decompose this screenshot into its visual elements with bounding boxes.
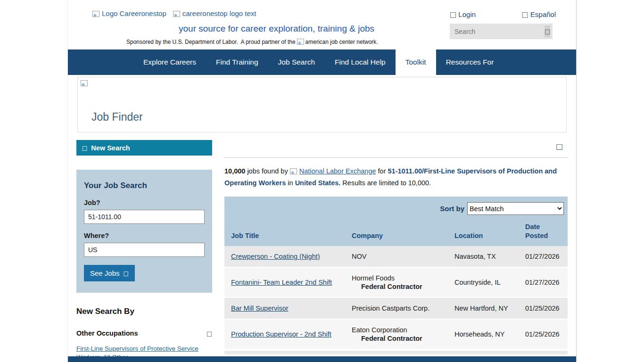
footer-band (68, 356, 576, 362)
column-company: Company (345, 216, 448, 246)
table-row-partial (224, 351, 568, 354)
for-text: for (378, 167, 386, 175)
company-name: Eaton Corporation (352, 326, 441, 334)
see-jobs-icon: □ (124, 270, 129, 277)
job-title-link[interactable]: Bar Mill Supervisor (231, 304, 289, 312)
job-title-link[interactable]: Production Supervisor - 2nd Shift (231, 330, 331, 338)
job-field-label: Job? (84, 199, 205, 206)
table-row: Production Supervisor - 2nd ShiftEaton C… (224, 319, 568, 349)
sort-by-label: Sort by (440, 205, 464, 213)
date-posted: 01/27/2026 (519, 267, 568, 297)
header-table: Job Title Company Location Date Posted (224, 216, 568, 246)
nav-explore-careers[interactable]: Explore Careers (133, 49, 206, 75)
job-location: Countryside, IL (448, 267, 519, 297)
sidebar: □ New Search Your Job Search Job? Where?… (76, 140, 212, 362)
header-search-box: □ (450, 24, 553, 39)
source-broken-image-icon (290, 168, 297, 174)
column-date-posted: Date Posted (519, 216, 568, 246)
table-row: Fontanini- Team Leader 2nd ShiftHormel F… (224, 267, 568, 297)
results-table-header: Sort byBest Match Job Title Company Loca… (224, 197, 568, 246)
new-search-icon: □ (82, 145, 87, 151)
partner-text: A proud partner of the (239, 39, 296, 45)
header-search-input[interactable] (450, 28, 545, 35)
ajc-broken-image-icon (297, 39, 304, 45)
main-nav: Explore Careers Find Training Job Search… (68, 49, 576, 75)
federal-contractor-badge: Federal Contractor (352, 282, 441, 291)
results-main: □ 10,000 jobs found by National Labor Ex… (224, 140, 568, 362)
logo-broken-image-icon (92, 11, 99, 17)
results-count: 10,000 (224, 167, 245, 175)
search-icon: □ (545, 28, 550, 35)
logo-text-alt: careeronestop logo text (182, 9, 256, 17)
see-jobs-label: See Jobs (90, 269, 120, 277)
results-tbody: Crewperson - Coating (Night)NOVNavasota,… (224, 246, 568, 349)
nav-job-search[interactable]: Job Search (268, 49, 325, 75)
logo-area[interactable]: Logo Careeronestopcareeronestop logo tex… (92, 9, 263, 17)
table-row: Crewperson - Coating (Night)NOVNavasota,… (224, 246, 568, 267)
espanol-icon: □ (521, 10, 528, 19)
ajc-alt-text: american job center network. (305, 39, 378, 45)
results-table: Crewperson - Coating (Night)NOVNavasota,… (224, 246, 568, 350)
sort-row: Sort byBest Match (224, 197, 568, 216)
company-name: Precision Castparts Corp. (352, 304, 441, 313)
date-posted: 01/25/2026 (519, 319, 568, 349)
site-header: Logo Careeronestopcareeronestop logo tex… (68, 0, 576, 49)
print-icon[interactable]: □ (556, 142, 563, 151)
header-utility-links: □ Login □ Español (450, 10, 556, 19)
federal-contractor-badge: Federal Contractor (352, 334, 441, 343)
page-title-box: Job Finder (77, 77, 567, 132)
column-header-row: Job Title Company Location Date Posted (224, 216, 568, 246)
page-title: Job Finder (91, 111, 143, 123)
table-row: Bar Mill SupervisorPrecision Castparts C… (224, 297, 568, 319)
job-location: Horseheads, NY (448, 319, 519, 349)
nav-find-local-help[interactable]: Find Local Help (325, 49, 396, 75)
new-search-label: New Search (91, 144, 130, 152)
search-panel-title: Your Job Search (84, 181, 205, 190)
other-occupations-toggle[interactable]: Other Occupations □ (76, 329, 212, 337)
results-summary: 10,000 jobs found by National Labor Exch… (224, 165, 568, 189)
nav-resources-for[interactable]: Resources For (436, 49, 504, 75)
content-columns: □ New Search Your Job Search Job? Where?… (76, 140, 567, 362)
login-label: Login (458, 10, 476, 18)
page-container: Logo Careeronestopcareeronestop logo tex… (67, 0, 577, 362)
job-title-link[interactable]: Fontanini- Team Leader 2nd Shift (231, 279, 332, 286)
limit-text: Results are limited to 10,000. (342, 179, 431, 187)
nav-find-training[interactable]: Find Training (206, 49, 268, 75)
where-field-label: Where? (84, 232, 205, 239)
job-title-link[interactable]: Crewperson - Coating (Night) (231, 253, 320, 260)
results-table-wrap: Sort byBest Match Job Title Company Loca… (224, 197, 568, 354)
results-toolbar: □ (224, 140, 568, 158)
location-text: United States. (295, 179, 341, 187)
company-name: Hormel Foods (352, 274, 441, 282)
date-posted: 01/25/2026 (519, 297, 568, 319)
logo-text-broken-image-icon (173, 11, 180, 17)
job-search-panel: Your Job Search Job? Where? See Jobs □ (76, 170, 212, 293)
new-search-by-heading: New Search By (76, 307, 212, 316)
job-location: Navasota, TX (448, 246, 519, 267)
see-jobs-button[interactable]: See Jobs □ (84, 265, 135, 281)
job-location: New Hartford, NY (448, 297, 519, 319)
sort-select[interactable]: Best Match (467, 202, 564, 215)
source-link-label: National Labor Exchange (299, 167, 376, 175)
date-posted: 01/27/2026 (519, 246, 568, 267)
where-field[interactable] (84, 243, 205, 257)
search-submit-button[interactable]: □ (545, 25, 550, 37)
site-tagline: your source for career exploration, trai… (179, 24, 374, 34)
sponsored-text: Sponsored by the U.S. Department of Labo… (126, 39, 238, 45)
in-text: in (288, 179, 293, 187)
sponsor-line: Sponsored by the U.S. Department of Labo… (126, 39, 380, 45)
new-search-button[interactable]: □ New Search (76, 140, 212, 156)
logo-alt-text: Logo Careeronestop (102, 9, 166, 17)
expand-icon: □ (206, 330, 212, 337)
title-broken-image-icon (81, 80, 88, 86)
espanol-label: Español (530, 10, 556, 18)
company-name: NOV (352, 252, 441, 261)
job-field[interactable] (84, 210, 205, 224)
espanol-link[interactable]: □ Español (521, 10, 556, 19)
found-by-text: jobs found by (247, 167, 288, 175)
nav-toolkit[interactable]: Toolkit (396, 49, 436, 75)
login-link[interactable]: □ Login (450, 10, 476, 19)
source-link[interactable]: National Labor Exchange (290, 167, 376, 175)
login-icon: □ (450, 10, 456, 19)
other-occupations-label: Other Occupations (76, 329, 138, 337)
